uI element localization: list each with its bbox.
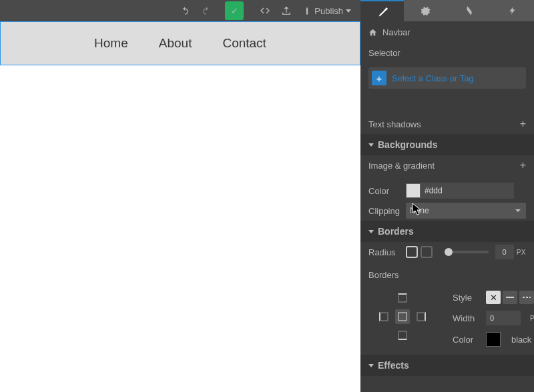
nav-link-home[interactable]: Home <box>94 36 128 51</box>
selector-placeholder[interactable]: Select a Class or Tag <box>392 73 474 83</box>
image-gradient-label: Image & gradient <box>368 161 435 171</box>
border-color-value: black <box>511 335 531 345</box>
tab-interactions[interactable] <box>447 0 491 21</box>
publish-button[interactable]: Publish <box>298 6 355 16</box>
border-style-label: Style <box>453 293 479 303</box>
panel-tabs <box>360 0 534 21</box>
export-button[interactable] <box>277 1 296 20</box>
radius-all-button[interactable] <box>406 246 418 258</box>
status-check-icon[interactable]: ✓ <box>225 1 244 20</box>
border-style-buttons: ✕ <box>486 291 534 304</box>
tab-actions[interactable] <box>491 0 534 21</box>
add-class-button[interactable]: + <box>372 71 386 85</box>
border-all-button[interactable] <box>395 309 410 324</box>
caret-down-icon <box>368 230 374 233</box>
redo-button[interactable] <box>197 1 216 20</box>
border-width-input[interactable] <box>486 311 521 325</box>
border-right-button[interactable] <box>414 309 429 324</box>
selector-input[interactable]: + Select a Class or Tag <box>368 67 526 89</box>
clipping-select[interactable]: None <box>406 203 526 219</box>
radius-slider[interactable] <box>445 251 489 253</box>
radius-unit: PX <box>517 249 526 256</box>
caret-down-icon <box>368 364 374 367</box>
text-shadows-header[interactable]: Text shadows + <box>360 114 534 134</box>
clipping-label: Clipping <box>368 206 406 216</box>
selector-header: Selector <box>360 43 534 63</box>
border-color-label: Color <box>453 335 479 345</box>
bg-color-input[interactable] <box>421 183 514 199</box>
clipping-row: Clipping None <box>360 201 534 221</box>
radius-label: Radius <box>368 247 406 257</box>
borders-accordion[interactable]: Borders <box>360 221 534 242</box>
radius-row: Radius PX <box>360 242 534 262</box>
breadcrumb-label: Navbar <box>382 27 411 37</box>
radius-individual-button[interactable] <box>421 246 433 258</box>
borders-header: Borders <box>378 226 414 237</box>
border-left-button[interactable] <box>376 309 391 324</box>
border-bottom-button[interactable] <box>395 328 410 343</box>
bg-color-swatch[interactable] <box>406 183 421 198</box>
tab-settings[interactable] <box>404 0 447 21</box>
text-shadows-label: Text shadows <box>368 119 421 129</box>
backgrounds-header: Backgrounds <box>378 139 437 150</box>
navbar-element[interactable]: Home About Contact <box>0 21 360 65</box>
border-style-dashed[interactable] <box>519 291 534 304</box>
bg-color-label: Color <box>368 186 406 196</box>
border-width-unit: PX <box>530 315 534 322</box>
border-color-swatch[interactable] <box>486 332 501 347</box>
undo-button[interactable] <box>176 1 194 20</box>
nav-link-contact[interactable]: Contact <box>222 36 266 51</box>
publish-label: Publish <box>314 6 343 16</box>
border-width-label: Width <box>453 313 479 323</box>
tab-styles[interactable] <box>360 0 404 21</box>
add-text-shadow-button[interactable]: + <box>520 118 526 130</box>
chevron-down-icon <box>346 9 351 13</box>
effects-accordion[interactable]: Effects <box>360 355 534 376</box>
border-style-solid[interactable] <box>503 291 517 304</box>
nav-link-about[interactable]: About <box>159 36 192 51</box>
border-top-button[interactable] <box>395 291 410 305</box>
radius-input[interactable] <box>495 245 514 259</box>
bg-color-row: Color <box>360 181 534 201</box>
borders-subheader: Borders <box>360 267 534 285</box>
border-side-picker <box>368 288 437 345</box>
toolbar: ✓ Publish <box>0 0 360 21</box>
effects-header: Effects <box>378 360 409 371</box>
slider-thumb[interactable] <box>445 248 453 256</box>
style-panel: Navbar Selector + Select a Class or Tag … <box>360 0 534 392</box>
canvas[interactable]: Home About Contact <box>0 21 360 392</box>
add-bg-button[interactable]: + <box>520 159 526 171</box>
border-style-none[interactable]: ✕ <box>486 291 501 304</box>
backgrounds-accordion[interactable]: Backgrounds <box>360 134 534 155</box>
breadcrumb: Navbar <box>360 21 534 43</box>
caret-down-icon <box>368 143 374 147</box>
image-gradient-row[interactable]: Image & gradient + <box>360 155 534 175</box>
code-button[interactable] <box>256 1 274 20</box>
